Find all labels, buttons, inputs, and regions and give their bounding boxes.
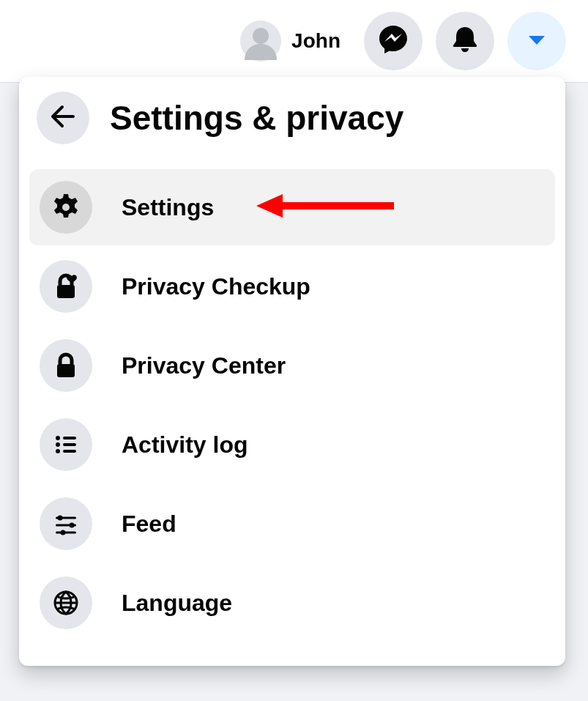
menu-item-label: Activity log: [122, 431, 248, 459]
svg-marker-2: [256, 194, 283, 218]
messenger-icon: [377, 23, 409, 59]
profile-button[interactable]: John: [240, 21, 340, 62]
settings-privacy-panel: Settings & privacy SettingsPrivacy Check…: [19, 77, 565, 666]
menu-item-label: Settings: [122, 194, 214, 221]
profile-name: John: [291, 29, 340, 53]
menu-item-label: Language: [122, 590, 232, 617]
bell-icon: [450, 24, 480, 58]
menu-item-lock[interactable]: Privacy Center: [29, 327, 555, 404]
avatar-icon: [240, 21, 281, 62]
gear-icon: [40, 181, 92, 234]
list-icon: [40, 418, 92, 471]
lock-icon: [40, 339, 92, 392]
menu-item-list[interactable]: Activity log: [29, 407, 555, 483]
menu-item-label: Privacy Checkup: [122, 273, 310, 300]
svg-point-0: [253, 28, 269, 44]
annotation-arrow-icon: [256, 191, 395, 223]
globe-icon: [40, 576, 92, 629]
menu-item-label: Feed: [122, 511, 176, 538]
menu-item-lock-heart[interactable]: Privacy Checkup: [29, 248, 555, 324]
topbar: John: [0, 0, 588, 82]
sliders-icon: [40, 497, 92, 550]
menu-item-sliders[interactable]: Feed: [29, 486, 555, 562]
panel-title: Settings & privacy: [110, 98, 403, 138]
back-button[interactable]: [37, 92, 89, 144]
lock-heart-icon: [40, 260, 92, 313]
menu-item-label: Privacy Center: [122, 352, 286, 379]
panel-header: Settings & privacy: [29, 92, 555, 144]
arrow-left-icon: [49, 103, 77, 133]
notifications-button[interactable]: [436, 12, 494, 70]
menu-item-globe[interactable]: Language: [29, 565, 555, 641]
account-menu-button[interactable]: [507, 12, 566, 70]
caret-down-icon: [526, 29, 548, 53]
menu-item-gear[interactable]: Settings: [29, 169, 555, 245]
messenger-button[interactable]: [364, 12, 423, 70]
